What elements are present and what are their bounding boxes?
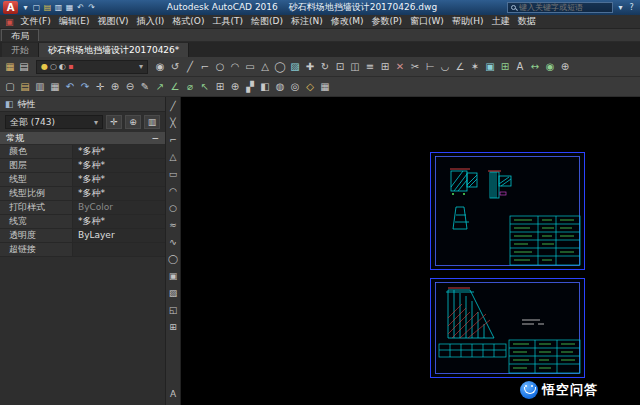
spline-icon[interactable]: ∿ bbox=[167, 236, 180, 249]
property-value[interactable]: ByLayer bbox=[72, 229, 165, 242]
property-value[interactable]: ByColor bbox=[72, 201, 165, 214]
signin-caret-icon[interactable]: ▾ bbox=[615, 3, 626, 12]
center-mark-icon[interactable]: ⊕ bbox=[228, 79, 242, 95]
hatch-icon[interactable]: ▨ bbox=[167, 287, 180, 300]
tab-current-drawing[interactable]: 砂石料场地挡墙设计20170426* bbox=[39, 43, 189, 57]
layer-properties-manager-icon[interactable]: ▦ bbox=[3, 59, 17, 75]
open-icon[interactable]: ▤ bbox=[42, 3, 53, 12]
layer-walk-icon[interactable]: ◍ bbox=[273, 79, 287, 95]
layout-tab[interactable]: 布局 bbox=[1, 29, 39, 41]
dimension-style-icon[interactable]: ▞ bbox=[243, 79, 257, 95]
offset-icon[interactable]: ≡ bbox=[363, 59, 377, 75]
move-icon[interactable]: ✚ bbox=[303, 59, 317, 75]
zoom-window-icon[interactable]: ⊕ bbox=[558, 59, 572, 75]
insert-block-icon[interactable]: ▣ bbox=[167, 270, 180, 283]
app-menu-caret-icon[interactable]: ▾ bbox=[20, 3, 31, 12]
save-icon[interactable]: ▥ bbox=[33, 79, 47, 95]
menu-item[interactable]: 参数(P) bbox=[367, 15, 405, 28]
dimension-radius-icon[interactable]: ◉ bbox=[543, 59, 557, 75]
undo-icon[interactable]: ↶ bbox=[63, 79, 77, 95]
open-icon[interactable]: ▤ bbox=[18, 79, 32, 95]
chevron-down-icon[interactable]: ▾ bbox=[94, 118, 98, 127]
chamfer-icon[interactable]: ∠ bbox=[453, 59, 467, 75]
erase-icon[interactable]: ✕ bbox=[393, 59, 407, 75]
property-row[interactable]: 颜色 *多种* bbox=[0, 145, 165, 159]
property-row[interactable]: 线型比例 *多种* bbox=[0, 187, 165, 201]
express-menu-icon[interactable]: ▣ bbox=[2, 17, 17, 27]
revision-cloud-icon[interactable]: ≈ bbox=[167, 219, 180, 232]
polyline-icon[interactable]: ⌐ bbox=[167, 134, 180, 147]
polygon-icon[interactable]: △ bbox=[258, 59, 272, 75]
polygon-icon[interactable]: △ bbox=[167, 151, 180, 164]
leader-icon[interactable]: ↖ bbox=[198, 79, 212, 95]
ellipse-icon[interactable]: ◯ bbox=[167, 253, 180, 266]
menu-item[interactable]: 插入(I) bbox=[133, 15, 169, 28]
property-value[interactable]: *多种* bbox=[72, 145, 165, 158]
property-value[interactable]: *多种* bbox=[72, 159, 165, 172]
menu-item[interactable]: 绘图(D) bbox=[247, 15, 287, 28]
menu-item[interactable]: 视图(V) bbox=[93, 15, 132, 28]
line-icon[interactable]: ╱ bbox=[167, 100, 180, 113]
layer-control-dropdown[interactable]: ●○◐▪ ▾ bbox=[36, 60, 148, 74]
layer-states-icon[interactable]: ▤ bbox=[17, 59, 31, 75]
selection-filter-dropdown[interactable]: 全部 (743) ▾ bbox=[5, 115, 103, 129]
save-icon[interactable]: ▥ bbox=[53, 3, 64, 12]
array-icon[interactable]: ⊞ bbox=[378, 59, 392, 75]
dimension-aligned-icon[interactable]: ↗ bbox=[153, 79, 167, 95]
property-row[interactable]: 线型 *多种* bbox=[0, 173, 165, 187]
grid-icon[interactable]: ▦ bbox=[318, 79, 332, 95]
dimension-linear-icon[interactable]: ↔ bbox=[528, 59, 542, 75]
pan-icon[interactable]: ✛ bbox=[93, 79, 107, 95]
menu-item[interactable]: 工具(T) bbox=[208, 15, 247, 28]
trim-icon[interactable]: ✂ bbox=[408, 59, 422, 75]
copy-icon[interactable]: ⊡ bbox=[333, 59, 347, 75]
quick-select-icon[interactable]: ▥ bbox=[144, 115, 160, 129]
menu-item[interactable]: 数据 bbox=[514, 15, 540, 28]
menu-item[interactable]: 土建 bbox=[488, 15, 514, 28]
line-icon[interactable]: ╱ bbox=[183, 59, 197, 75]
qnew-icon[interactable]: ▢ bbox=[31, 3, 42, 12]
text-icon[interactable]: A bbox=[167, 388, 180, 401]
new-icon[interactable]: ▢ bbox=[3, 79, 17, 95]
toggle-pickadd-icon[interactable]: ✛ bbox=[106, 115, 122, 129]
table-icon[interactable]: ⊞ bbox=[498, 59, 512, 75]
undo-icon[interactable]: ↶ bbox=[75, 3, 86, 12]
property-value[interactable]: *多种* bbox=[72, 215, 165, 228]
property-row[interactable]: 透明度 ByLayer bbox=[0, 229, 165, 243]
construction-line-icon[interactable]: ╳ bbox=[167, 117, 180, 130]
rectangle-icon[interactable]: ▭ bbox=[243, 59, 257, 75]
polyline-icon[interactable]: ⌐ bbox=[198, 59, 212, 75]
tab-start[interactable]: 开始 bbox=[2, 43, 39, 57]
plot-icon[interactable]: ▦ bbox=[64, 3, 75, 12]
zoom-in-icon[interactable]: ⊕ bbox=[108, 79, 122, 95]
help-icon[interactable]: ? bbox=[626, 3, 637, 12]
menu-item[interactable]: 编辑(E) bbox=[55, 15, 94, 28]
dimension-angular-icon[interactable]: ∠ bbox=[168, 79, 182, 95]
drawing-canvas[interactable]: 悟空问答 bbox=[181, 97, 640, 405]
rotate-icon[interactable]: ↻ bbox=[318, 59, 332, 75]
menu-item[interactable]: 标注(N) bbox=[287, 15, 327, 28]
autocad-logo-icon[interactable]: A bbox=[3, 1, 18, 14]
property-row[interactable]: 图层 *多种* bbox=[0, 159, 165, 173]
dimension-diameter-icon[interactable]: ⌀ bbox=[183, 79, 197, 95]
property-value[interactable]: *多种* bbox=[72, 173, 165, 186]
redo-icon[interactable]: ↷ bbox=[86, 3, 97, 12]
plot-icon[interactable]: ▦ bbox=[48, 79, 62, 95]
property-row[interactable]: 超链接 bbox=[0, 243, 165, 257]
menu-item[interactable]: 格式(O) bbox=[168, 15, 208, 28]
zoom-out-icon[interactable]: ⊖ bbox=[123, 79, 137, 95]
drawing-sheet-top[interactable] bbox=[430, 152, 585, 270]
property-value[interactable]: *多种* bbox=[72, 187, 165, 200]
fillet-icon[interactable]: ◡ bbox=[438, 59, 452, 75]
region-icon[interactable]: ◱ bbox=[167, 304, 180, 317]
tolerance-icon[interactable]: ⊞ bbox=[213, 79, 227, 95]
menu-item[interactable]: 文件(F) bbox=[17, 15, 55, 28]
properties-toggle-icon[interactable]: ◧ bbox=[258, 79, 272, 95]
osnap-icon[interactable]: ◇ bbox=[303, 79, 317, 95]
section-general[interactable]: 常规 − bbox=[0, 132, 165, 145]
help-search-box[interactable] bbox=[507, 2, 613, 13]
table-icon[interactable]: ⊞ bbox=[167, 321, 180, 334]
menu-item[interactable]: 修改(M) bbox=[327, 15, 368, 28]
text-icon[interactable]: A bbox=[513, 59, 527, 75]
explode-icon[interactable]: ✶ bbox=[468, 59, 482, 75]
